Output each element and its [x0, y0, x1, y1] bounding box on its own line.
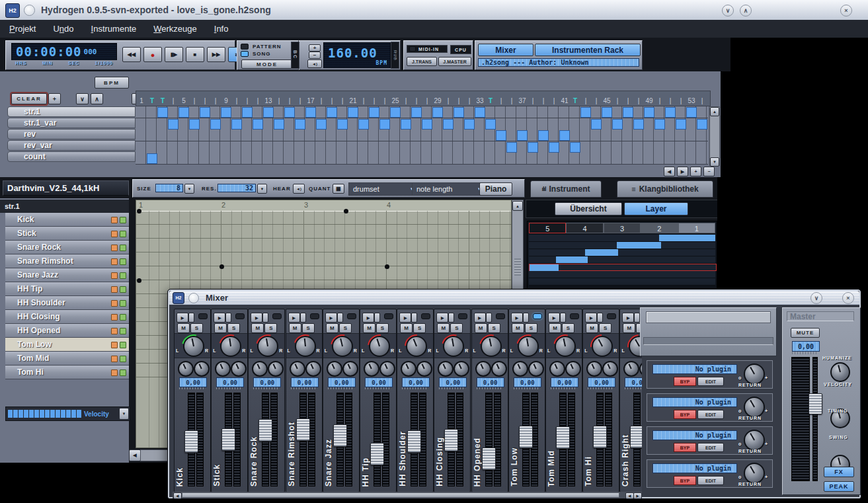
song-pattern-block[interactable]: [147, 153, 157, 164]
timeline-bar-33[interactable]: 33: [475, 97, 485, 106]
velocity-segment[interactable]: [40, 410, 44, 418]
timeline-bar-52[interactable]: |: [676, 97, 686, 106]
timeline-bar-26[interactable]: |: [401, 97, 411, 106]
velocity-segment[interactable]: [77, 410, 81, 418]
strip-play-button[interactable]: ▶: [288, 313, 300, 323]
timeline-bar-21[interactable]: 21: [348, 97, 358, 106]
strip-solo-button[interactable]: S: [450, 323, 463, 333]
input-mode-dropdown[interactable]: drumset▼: [348, 182, 416, 196]
timeline-bar-39[interactable]: |: [538, 97, 549, 106]
song-pattern-block[interactable]: [686, 107, 697, 118]
strip-pan-knob[interactable]: [183, 336, 204, 357]
strip-pan-knob[interactable]: [220, 336, 241, 357]
stop-button[interactable]: ■: [186, 47, 204, 62]
song-pattern-block[interactable]: [295, 119, 305, 130]
layer-velocity-bar[interactable]: [617, 242, 662, 249]
strip-play-button[interactable]: ▶: [511, 313, 523, 323]
strip-play-button[interactable]: ▶: [399, 313, 411, 323]
menu-item-undo[interactable]: Undo: [53, 24, 73, 34]
velocity-segment[interactable]: [66, 410, 71, 418]
strip-pan-knob[interactable]: [257, 336, 278, 357]
song-pattern-block[interactable]: [612, 119, 623, 130]
timeline-bar-34[interactable]: T: [485, 97, 496, 106]
instrument-rack-button[interactable]: Instrumenten Rack: [535, 44, 641, 56]
subtab-layer[interactable]: Layer: [624, 202, 688, 215]
song-pattern-block[interactable]: [464, 119, 475, 130]
song-pattern-block[interactable]: [422, 119, 432, 130]
timeline-bar-5[interactable]: 5: [178, 97, 189, 106]
fx-plugin-display[interactable]: No plugin: [652, 397, 737, 407]
timeline-bar-27[interactable]: |: [411, 97, 422, 106]
instrument-row-snare-rock[interactable]: Snare Rock: [5, 241, 129, 254]
velocity-panel[interactable]: Velocity ▼: [5, 406, 130, 421]
song-pattern-block[interactable]: [528, 142, 538, 153]
instrument-row-hh-tip[interactable]: HH Tip: [5, 282, 129, 296]
strip-fader-track[interactable]: [485, 393, 493, 486]
strip-fader-handle[interactable]: [556, 426, 570, 449]
layer-header-2[interactable]: 2: [641, 223, 678, 233]
timeline-bar-23[interactable]: |: [369, 97, 379, 106]
mute-led[interactable]: [111, 356, 118, 362]
strip-pan-knob[interactable]: [332, 336, 353, 357]
layer-row[interactable]: [529, 249, 715, 256]
timeline-bar-31[interactable]: |: [454, 97, 464, 106]
timeline-bar-8[interactable]: |: [210, 97, 221, 106]
layer-panel[interactable]: 54321: [527, 221, 717, 291]
timeline-bar-16[interactable]: |: [295, 97, 305, 106]
song-pattern-block[interactable]: [401, 119, 411, 130]
pattern-mode-row[interactable]: PATTERN: [241, 44, 282, 50]
layer-row[interactable]: [529, 278, 715, 286]
note-dot[interactable]: [385, 264, 389, 269]
strip-mute-button[interactable]: M: [549, 323, 561, 333]
layer-header-5[interactable]: 5: [529, 223, 566, 233]
strip-solo-button[interactable]: S: [562, 323, 574, 333]
strip-play-button[interactable]: ▶: [474, 313, 486, 323]
master-fx-button[interactable]: FX: [824, 467, 854, 477]
velocity-segment[interactable]: [29, 410, 34, 418]
humanize-velocity-knob[interactable]: [830, 362, 850, 382]
strip-fx-send-knob[interactable]: [639, 361, 642, 377]
song-pattern-block[interactable]: [178, 107, 189, 118]
strip-fader-handle[interactable]: [221, 428, 235, 451]
jack-transport-button[interactable]: J.TRANS: [407, 57, 437, 66]
timeline-bar-47[interactable]: |: [623, 97, 633, 106]
song-pattern-block[interactable]: [485, 119, 496, 130]
master-peak-button[interactable]: PEAK: [824, 481, 854, 492]
timeline-bar-53[interactable]: 53: [686, 97, 697, 106]
strip-pan-knob[interactable]: [555, 336, 576, 357]
fx-bypass-button[interactable]: BYP: [674, 476, 696, 485]
timeline-bar-18[interactable]: |: [316, 97, 327, 106]
instrument-row-snare-rimshot[interactable]: Snare Rimshot: [5, 254, 129, 268]
strip-pan-knob[interactable]: [518, 336, 539, 357]
fx-return-knob[interactable]: [744, 463, 765, 484]
timeline-bar-15[interactable]: |: [284, 97, 295, 106]
layer-header-4[interactable]: 4: [566, 223, 603, 233]
note-dot[interactable]: [219, 264, 224, 269]
strip-trigger-button[interactable]: [374, 313, 380, 323]
mute-led[interactable]: [111, 245, 118, 251]
song-pattern-block[interactable]: [274, 119, 284, 130]
strip-trigger-button[interactable]: [486, 313, 492, 323]
strip-pan-knob[interactable]: [369, 336, 390, 357]
strip-play-button[interactable]: ▶: [251, 313, 262, 323]
song-pattern-block[interactable]: [454, 107, 464, 118]
subtab-uebersicht[interactable]: Übersicht: [555, 202, 622, 215]
mute-led[interactable]: [111, 369, 118, 376]
mixer-hscrollbar[interactable]: ◀ ◀ ▶: [173, 492, 642, 498]
strip-mute-button[interactable]: M: [251, 323, 264, 333]
mixer-close-button[interactable]: ×: [842, 292, 854, 304]
master-mute-button[interactable]: MUTE: [791, 328, 820, 338]
song-pattern-block[interactable]: [443, 119, 454, 130]
song-pattern-block[interactable]: [221, 107, 231, 118]
bpm-timeline-button[interactable]: BPM: [95, 77, 129, 89]
solo-led[interactable]: [120, 272, 126, 279]
timeline-bar-28[interactable]: |: [422, 97, 432, 106]
layer-velocity-bar[interactable]: [585, 249, 619, 256]
song-pattern-block[interactable]: [210, 119, 221, 130]
maximize-button[interactable]: ∧: [740, 5, 752, 17]
timeline-bar-46[interactable]: |: [612, 97, 623, 106]
layer-header-1[interactable]: 1: [678, 223, 715, 233]
timeline-bar-4[interactable]: |: [168, 97, 178, 106]
mixer-titlebar[interactable]: H2 Mixer ∨×: [169, 291, 859, 305]
solo-led[interactable]: [120, 369, 126, 376]
